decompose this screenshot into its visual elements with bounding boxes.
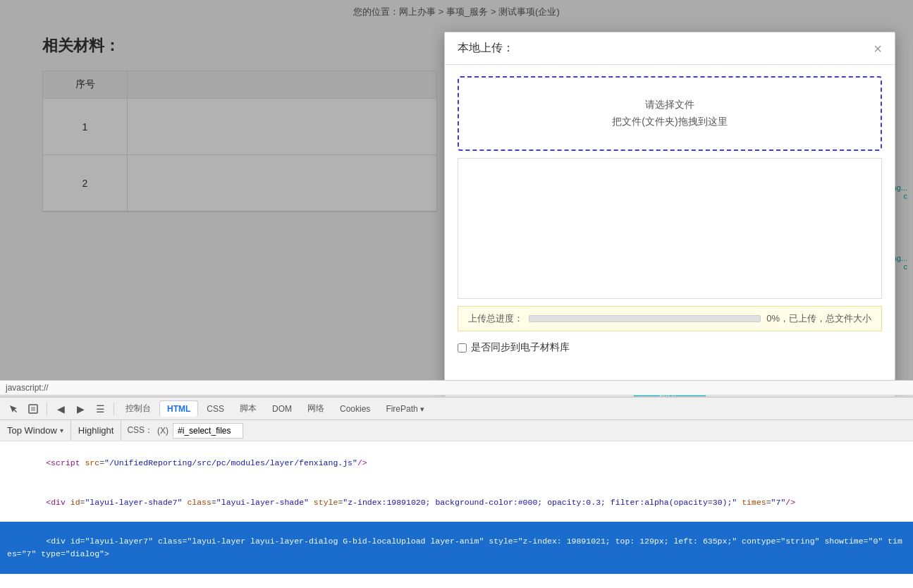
progress-track xyxy=(529,315,761,322)
file-queue-area xyxy=(458,158,882,299)
devtools-toolbar: ◀ ▶ ☰ 控制台 HTML CSS 脚本 DOM 网络 Cookies Fir… xyxy=(0,398,913,420)
highlight-item[interactable]: Highlight xyxy=(71,420,122,441)
css-label: CSS： xyxy=(127,424,153,436)
drop-zone-text2: 把文件(文件夹)拖拽到这里 xyxy=(480,116,859,128)
tab-firepath[interactable]: FirePath ▾ xyxy=(379,401,431,417)
drop-zone-text1: 请选择文件 xyxy=(480,99,859,111)
tab-css[interactable]: CSS xyxy=(200,401,231,417)
css-input-row: CSS： (X) xyxy=(121,420,249,441)
topwindow-item[interactable]: Top Window ▾ xyxy=(0,420,71,441)
modal-header: 本地上传： × xyxy=(445,32,895,65)
toolbar-divider2 xyxy=(114,403,114,415)
tab-html[interactable]: HTML xyxy=(159,400,198,417)
code-line: <div id="layui-layer-shade7" class="layu… xyxy=(0,483,913,522)
cursor-icon-btn[interactable] xyxy=(4,400,23,418)
tab-script[interactable]: 脚本 xyxy=(233,400,264,417)
sync-checkbox[interactable] xyxy=(458,343,467,353)
file-drop-zone[interactable]: 请选择文件 把文件(文件夹)拖拽到这里 xyxy=(458,76,882,151)
upload-modal: 本地上传： × 请选择文件 把文件(文件夹)拖拽到这里 上传总进度： 0%，已上… xyxy=(444,32,895,423)
css-x-label: (X) xyxy=(157,426,168,436)
code-line-selected[interactable]: <div id="layui-layer7" class="layui-laye… xyxy=(0,522,913,574)
tab-dom[interactable]: DOM xyxy=(265,401,299,417)
expand-btn[interactable]: ☰ xyxy=(91,400,109,418)
inspect-icon-btn[interactable] xyxy=(24,400,42,418)
topwindow-arrow: ▾ xyxy=(60,427,63,434)
devtools-panel: ◀ ▶ ☰ 控制台 HTML CSS 脚本 DOM 网络 Cookies Fir… xyxy=(0,396,913,588)
forward-btn[interactable]: ▶ xyxy=(71,400,90,418)
firepath-arrow[interactable]: ▾ xyxy=(420,405,424,413)
tab-console[interactable]: 控制台 xyxy=(118,400,158,417)
tab-network[interactable]: 网络 xyxy=(300,400,331,417)
code-line: <script src="/UnifiedReporting/src/pc/mo… xyxy=(0,444,913,483)
progress-area: 上传总进度： 0%，已上传，总文件大小 xyxy=(458,306,882,331)
css-selector-input[interactable] xyxy=(173,423,243,439)
modal-title: 本地上传： xyxy=(458,41,514,56)
html-code-view[interactable]: <script src="/UnifiedReporting/src/pc/mo… xyxy=(0,441,913,588)
modal-close-button[interactable]: × xyxy=(874,42,882,56)
js-bar: javascript:// xyxy=(0,380,913,396)
sync-row: 是否同步到电子材料库 xyxy=(458,341,882,354)
devtools-bottombar: Top Window ▾ Highlight CSS： (X) xyxy=(0,420,913,441)
modal-body: 请选择文件 把文件(文件夹)拖拽到这里 上传总进度： 0%，已上传，总文件大小 … xyxy=(445,65,895,375)
progress-text: 0%，已上传，总文件大小 xyxy=(766,312,871,325)
tab-cookies[interactable]: Cookies xyxy=(333,401,377,417)
toolbar-divider xyxy=(47,403,47,415)
progress-label: 上传总进度： xyxy=(468,312,523,325)
code-line: <div class="layui-layer-title" style="cu… xyxy=(0,574,913,588)
sync-label[interactable]: 是否同步到电子材料库 xyxy=(471,341,570,354)
back-btn[interactable]: ◀ xyxy=(51,400,70,418)
svg-rect-1 xyxy=(31,407,35,411)
